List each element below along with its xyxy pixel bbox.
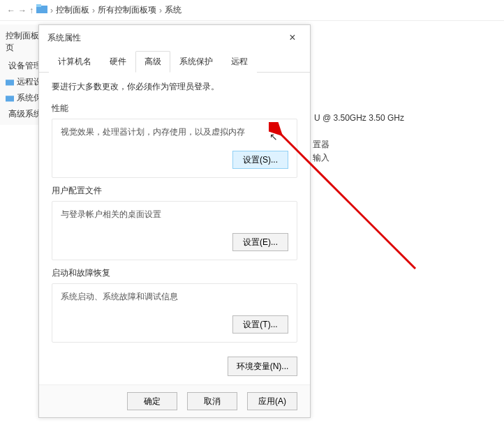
crumb-2[interactable]: 所有控制面板项 xyxy=(98,4,156,16)
close-icon[interactable]: × xyxy=(283,31,302,45)
dialog-title: 系统属性 xyxy=(47,32,81,44)
group-desc: 系统启动、系统故障和调试信息 xyxy=(61,291,288,303)
tab-hardware[interactable]: 硬件 xyxy=(101,51,135,73)
performance-settings-button[interactable]: 设置(S)... xyxy=(232,151,288,169)
nav-back-icon[interactable]: ← xyxy=(7,6,15,15)
tab-remote[interactable]: 远程 xyxy=(222,51,257,73)
chevron-icon: › xyxy=(50,6,53,15)
bg-text: 输入 xyxy=(313,152,329,164)
group-startup: 启动和故障恢复 系统启动、系统故障和调试信息 设置(T)... xyxy=(52,267,297,343)
chevron-icon: › xyxy=(92,6,95,15)
svg-rect-3 xyxy=(6,80,14,85)
dialog-footer: 确定 取消 应用(A) xyxy=(39,384,310,417)
admin-note: 要进行大多数更改，你必须作为管理员登录。 xyxy=(52,81,297,93)
folder-icon xyxy=(36,4,47,16)
profile-settings-button[interactable]: 设置(E)... xyxy=(232,233,288,251)
breadcrumb: ← → ↑ › 控制面板 › 所有控制面板项 › 系统 xyxy=(0,0,504,21)
group-desc: 与登录帐户相关的桌面设置 xyxy=(61,209,288,220)
cpu-info: U @ 3.50GHz 3.50 GHz xyxy=(314,113,404,123)
tab-protection[interactable]: 系统保护 xyxy=(170,51,222,73)
tab-advanced[interactable]: 高级 xyxy=(135,51,170,73)
group-desc: 视觉效果，处理器计划，内存使用，以及虚拟内存 xyxy=(61,126,288,138)
tab-strip: 计算机名 硬件 高级 系统保护 远程 xyxy=(39,50,310,73)
tab-computer-name[interactable]: 计算机名 xyxy=(49,51,101,73)
bg-text: 置器 xyxy=(313,139,329,151)
cancel-button[interactable]: 取消 xyxy=(187,392,237,410)
nav-fwd-icon[interactable]: → xyxy=(18,6,27,15)
startup-settings-button[interactable]: 设置(T)... xyxy=(232,315,288,334)
group-title: 用户配置文件 xyxy=(52,185,297,197)
ok-button[interactable]: 确定 xyxy=(127,392,177,410)
chevron-icon: › xyxy=(159,6,162,15)
crumb-1[interactable]: 控制面板 xyxy=(56,4,89,16)
crumb-3[interactable]: 系统 xyxy=(165,4,181,16)
dialog-titlebar: 系统属性 × xyxy=(39,25,310,50)
group-title: 性能 xyxy=(52,103,297,114)
group-user-profile: 用户配置文件 与登录帐户相关的桌面设置 设置(E)... xyxy=(52,185,297,260)
svg-rect-1 xyxy=(36,4,41,7)
system-properties-dialog: 系统属性 × 计算机名 硬件 高级 系统保护 远程 要进行大多数更改，你必须作为… xyxy=(38,24,311,418)
nav-up-icon[interactable]: ↑ xyxy=(29,6,34,15)
apply-button[interactable]: 应用(A) xyxy=(247,392,297,410)
svg-rect-4 xyxy=(6,96,14,101)
group-performance: 性能 视觉效果，处理器计划，内存使用，以及虚拟内存 设置(S)... xyxy=(52,103,297,178)
group-title: 启动和故障恢复 xyxy=(52,267,297,279)
environment-variables-button[interactable]: 环境变量(N)... xyxy=(228,357,297,376)
